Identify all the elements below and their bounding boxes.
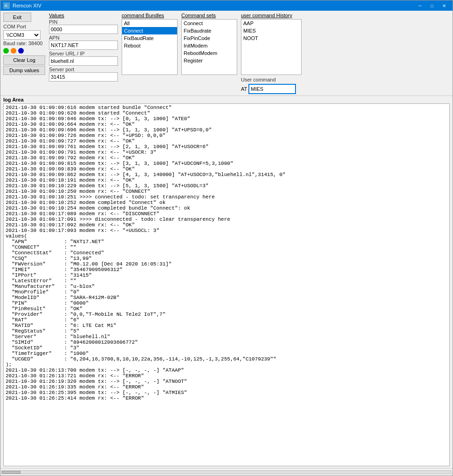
cmdset-rebootmodem[interactable]: RebootModem [182, 49, 237, 57]
pin-input[interactable] [49, 25, 118, 34]
server-port-input[interactable] [49, 72, 118, 82]
indicator-green [3, 48, 9, 54]
bundle-item-connect[interactable]: Connect [122, 27, 177, 34]
horizontal-scrollbar[interactable] [0, 468, 453, 476]
cmdset-fixpincode[interactable]: FixPinCode [182, 34, 237, 42]
exit-button[interactable]: Exit [3, 13, 31, 22]
window-title: Remcon XIV [13, 3, 414, 8]
status-indicators [3, 48, 45, 54]
main-window: R Remcon XIV ─ □ ✕ Exit COM Port \\COM3 … [0, 0, 453, 476]
cmdset-connect[interactable]: Connect [182, 20, 237, 27]
command-sets-list[interactable]: Connect FixBaudrate FixPinCode InitModem… [181, 19, 237, 75]
user-command-label: User command [241, 77, 276, 82]
title-bar-controls: ─ □ ✕ [414, 1, 450, 10]
apn-input[interactable] [49, 41, 118, 50]
com-port-section: COM Port \\COM3 Baud rate: 38400 [3, 24, 45, 54]
cmdset-register[interactable]: Register [182, 57, 237, 64]
apn-label: APN [49, 35, 118, 41]
history-item-aap[interactable]: AAP [241, 20, 301, 27]
dump-values-button[interactable]: Dump values [3, 66, 45, 75]
server-url-label: Server URL / IP [49, 51, 118, 56]
com-port-select[interactable]: \\COM3 [3, 30, 41, 40]
server-url-input[interactable] [49, 56, 118, 66]
history-item-mies[interactable]: MIES [241, 27, 301, 34]
values-section: Values PIN APN Server URL / IP Server po… [49, 13, 118, 82]
command-sets-label: Command sets [181, 13, 237, 18]
svg-text:R: R [5, 4, 7, 8]
log-area[interactable]: 2021-10-30 01:09:09:616 modem started bu… [3, 103, 450, 466]
left-controls: Exit COM Port \\COM3 Baud rate: 38400 Cl… [3, 13, 45, 75]
baud-rate-label: Baud rate: 38400 [3, 41, 45, 46]
server-port-label: Server port [49, 67, 118, 72]
cmdset-initmodem[interactable]: InitModem [182, 42, 237, 49]
bundle-item-all[interactable]: All [122, 20, 177, 27]
scrollbar-thumb[interactable] [2, 471, 21, 474]
command-sets-section: Command sets Connect FixBaudrate FixPinC… [181, 13, 237, 75]
at-prefix: AT [241, 86, 247, 92]
title-bar: R Remcon XIV ─ □ ✕ [0, 0, 453, 11]
user-command-input[interactable] [249, 84, 295, 94]
user-command-history-list[interactable]: AAP MIES NOOT [241, 19, 302, 75]
indicator-orange [11, 48, 16, 54]
com-port-label: COM Port [3, 24, 45, 29]
history-item-noot[interactable]: NOOT [241, 34, 301, 42]
command-bundles-label: command Bundles [122, 13, 178, 18]
bundle-item-fixbaudrate[interactable]: FixBaudRate [122, 34, 177, 42]
indicator-blue [18, 48, 24, 54]
values-label: Values [49, 13, 118, 18]
close-button[interactable]: ✕ [439, 1, 450, 10]
maximize-button[interactable]: □ [426, 1, 438, 10]
bundle-item-reboot[interactable]: Reboot [122, 42, 177, 49]
user-command-history-label: user command History [241, 13, 302, 18]
pin-label: PIN [49, 19, 118, 25]
user-command-section: user command History AAP MIES NOOT User … [241, 13, 302, 94]
command-bundles-list[interactable]: All Connect FixBaudRate Reboot [122, 19, 178, 75]
app-icon: R [3, 2, 10, 9]
log-area-label: log Area [0, 96, 453, 103]
minimize-button[interactable]: ─ [414, 1, 426, 10]
scrollbar-track[interactable] [1, 470, 452, 474]
clear-log-button[interactable]: Clear Log [3, 55, 45, 65]
user-command-row: AT [241, 84, 302, 94]
command-bundles-section: command Bundles All Connect FixBaudRate … [122, 13, 178, 75]
toolbar: Exit COM Port \\COM3 Baud rate: 38400 Cl… [0, 11, 453, 96]
cmdset-fixbaudrate[interactable]: FixBaudrate [182, 27, 237, 34]
